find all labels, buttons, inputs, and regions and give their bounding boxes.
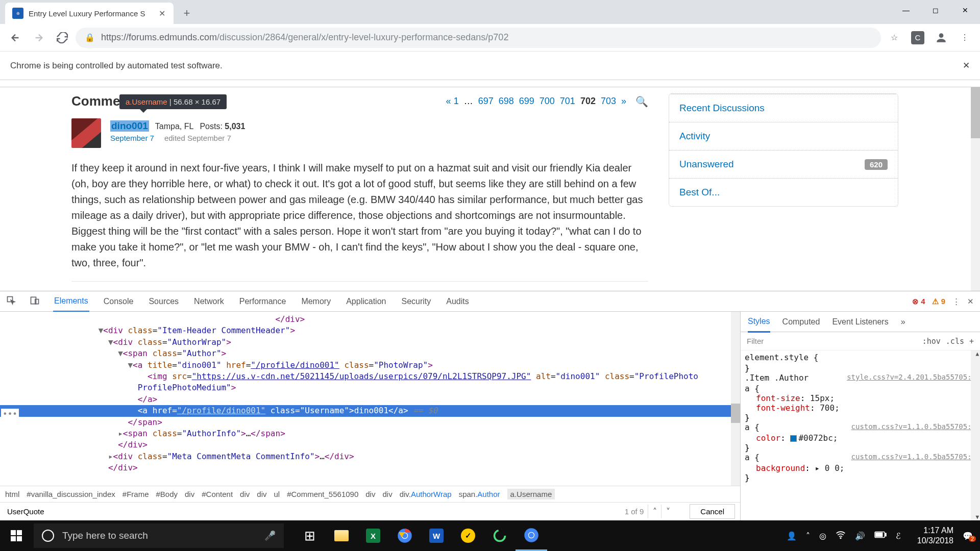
new-rule-button[interactable]: + bbox=[969, 337, 974, 346]
profile-icon[interactable] bbox=[931, 28, 951, 48]
tab-network[interactable]: Network bbox=[193, 292, 225, 311]
tab-performance[interactable]: Performance bbox=[238, 292, 287, 311]
page-current: 702 bbox=[580, 96, 596, 107]
user-location: Tampa, FL bbox=[155, 122, 194, 131]
word-icon[interactable]: W bbox=[421, 520, 452, 551]
automation-message: Chrome is being controlled by automated … bbox=[10, 61, 223, 71]
find-prev-icon[interactable]: ˄ bbox=[648, 505, 661, 518]
comment-body: If they keep it around in next four-five… bbox=[71, 160, 648, 271]
norton-icon[interactable]: ✓ bbox=[452, 520, 484, 551]
tab-close-icon[interactable]: ✕ bbox=[157, 9, 166, 18]
infobar-close-icon[interactable]: ✕ bbox=[963, 60, 970, 71]
excel-icon[interactable]: X bbox=[357, 520, 389, 551]
unanswered-badge: 620 bbox=[865, 159, 888, 170]
page-link[interactable]: 701 bbox=[560, 96, 575, 107]
dom-ellipsis-icon[interactable]: ••• bbox=[1, 409, 19, 420]
find-next-icon[interactable]: ˅ bbox=[661, 505, 674, 518]
address-bar[interactable]: 🔒 https://forums.edmunds.com/discussion/… bbox=[76, 28, 881, 48]
styles-body[interactable]: element.style { } style.css?v=2.4.201.5b… bbox=[741, 350, 980, 520]
task-view-icon[interactable]: ⊞ bbox=[294, 520, 326, 551]
svg-rect-13 bbox=[885, 533, 886, 536]
people-icon[interactable]: 👤 bbox=[787, 531, 797, 541]
page-link[interactable]: 703 bbox=[601, 96, 616, 107]
extension-c-icon[interactable]: C bbox=[908, 28, 928, 48]
error-count[interactable]: ⊗ 4 bbox=[912, 297, 925, 306]
action-center-icon[interactable]: 💬2 bbox=[963, 531, 973, 541]
file-explorer-icon[interactable] bbox=[326, 520, 357, 551]
pagination: « 1 … 697 698 699 700 701 702 703 » 🔍 bbox=[446, 95, 648, 108]
page-next-raquo[interactable]: » bbox=[621, 96, 626, 107]
location-icon[interactable]: ◎ bbox=[819, 531, 826, 541]
page-scrollbar[interactable] bbox=[971, 87, 980, 291]
tab-memory[interactable]: Memory bbox=[300, 292, 332, 311]
color-swatch[interactable] bbox=[790, 435, 797, 442]
search-placeholder: Type here to search bbox=[62, 530, 256, 541]
browser-tab[interactable]: ⊕ Entry Level Luxury Performance S ✕ bbox=[5, 3, 174, 24]
avatar[interactable] bbox=[71, 118, 101, 148]
user-posts: Posts: 5,031 bbox=[200, 122, 245, 131]
bookmark-star-icon[interactable]: ☆ bbox=[884, 28, 904, 48]
sidebar-item-recent[interactable]: Recent Discussions bbox=[669, 94, 898, 122]
find-bar: 1 of 9 ˄ ˅ Cancel bbox=[0, 502, 740, 520]
warning-count[interactable]: ⚠ 9 bbox=[932, 297, 945, 306]
tab-computed[interactable]: Computed bbox=[782, 317, 820, 327]
clock[interactable]: 1:17 AM 10/3/2018 bbox=[917, 525, 953, 546]
page-link[interactable]: 698 bbox=[499, 96, 514, 107]
devtools-close-icon[interactable]: ✕ bbox=[967, 297, 974, 306]
page-link[interactable]: 699 bbox=[519, 96, 534, 107]
tab-application[interactable]: Application bbox=[345, 292, 387, 311]
sidebar-item-unanswered[interactable]: Unanswered620 bbox=[669, 150, 898, 178]
battery-icon[interactable] bbox=[874, 531, 887, 540]
chrome-icon[interactable] bbox=[389, 520, 421, 551]
taskbar-search[interactable]: Type here to search 🎤 bbox=[34, 523, 284, 548]
hov-toggle[interactable]: :hov bbox=[922, 337, 941, 346]
comment-date[interactable]: September 7 bbox=[110, 134, 154, 142]
page-first[interactable]: « 1 bbox=[446, 96, 459, 107]
find-cancel-button[interactable]: Cancel bbox=[690, 504, 735, 519]
page-link[interactable]: 697 bbox=[478, 96, 494, 107]
tray-chevron-icon[interactable]: ˄ bbox=[806, 531, 810, 541]
start-button[interactable] bbox=[0, 520, 33, 551]
username-link[interactable]: dino001 bbox=[110, 120, 149, 132]
chrome-active-icon[interactable] bbox=[516, 520, 547, 551]
wifi-icon[interactable] bbox=[836, 530, 846, 542]
styles-scrollbar[interactable]: ▲ ▼ bbox=[971, 350, 980, 520]
sidebar-item-bestof[interactable]: Best Of... bbox=[669, 178, 898, 206]
dom-scrollbar[interactable] bbox=[731, 312, 740, 486]
reload-button[interactable] bbox=[52, 28, 72, 48]
inspect-icon[interactable] bbox=[6, 295, 16, 308]
more-tabs-icon[interactable]: » bbox=[901, 317, 905, 327]
page-link[interactable]: 700 bbox=[540, 96, 555, 107]
devtools-menu-icon[interactable]: ⋮ bbox=[952, 297, 960, 306]
loading-app-icon[interactable] bbox=[484, 520, 516, 551]
back-button[interactable] bbox=[5, 28, 26, 48]
cls-toggle[interactable]: .cls bbox=[946, 337, 964, 346]
svg-point-7 bbox=[495, 531, 505, 541]
chrome-menu-icon[interactable]: ⋮ bbox=[954, 28, 975, 48]
lock-icon: 🔒 bbox=[85, 33, 95, 42]
dom-breadcrumb[interactable]: html #vanilla_discussion_index #Frame #B… bbox=[0, 486, 740, 502]
sidebar-item-activity[interactable]: Activity bbox=[669, 122, 898, 150]
cortana-icon bbox=[42, 530, 54, 542]
search-icon[interactable]: 🔍 bbox=[635, 95, 648, 108]
volume-icon[interactable]: 🔊 bbox=[855, 531, 865, 541]
tab-event-listeners[interactable]: Event Listeners bbox=[832, 317, 888, 327]
tab-sources[interactable]: Sources bbox=[148, 292, 180, 311]
new-tab-button[interactable]: + bbox=[178, 4, 196, 22]
input-icon[interactable]: ℰ bbox=[896, 531, 901, 541]
tab-audits[interactable]: Audits bbox=[445, 292, 470, 311]
styles-filter-input[interactable]: Filter bbox=[747, 337, 764, 345]
window-close-icon[interactable]: ✕ bbox=[950, 0, 980, 20]
window-minimize-icon[interactable]: — bbox=[891, 0, 921, 20]
tab-elements[interactable]: Elements bbox=[53, 291, 89, 312]
tab-styles[interactable]: Styles bbox=[748, 312, 770, 333]
sidebar-box: Recent Discussions Activity Unanswered62… bbox=[669, 93, 898, 207]
window-maximize-icon[interactable]: ◻ bbox=[921, 0, 950, 20]
tab-security[interactable]: Security bbox=[400, 292, 432, 311]
windows-taskbar: Type here to search 🎤 ⊞ X W ✓ 👤 ˄ ◎ 🔊 ℰ … bbox=[0, 520, 980, 551]
mic-icon[interactable]: 🎤 bbox=[264, 530, 276, 541]
tab-console[interactable]: Console bbox=[103, 292, 135, 311]
device-toggle-icon[interactable] bbox=[30, 295, 40, 308]
dom-tree[interactable]: </div> ▼<div class="Item-Header CommentH… bbox=[0, 312, 740, 486]
find-input[interactable] bbox=[5, 505, 625, 518]
